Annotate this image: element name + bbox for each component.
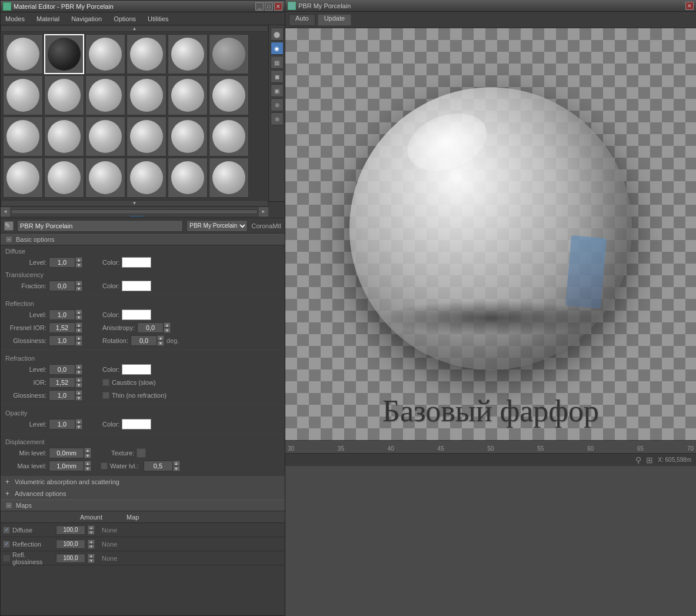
refl-anisotropy-up[interactable]: ▲ xyxy=(164,322,171,328)
refl-anisotropy-down[interactable]: ▼ xyxy=(164,328,171,333)
translucency-fraction-input[interactable] xyxy=(49,281,75,291)
displ-min-up[interactable]: ▲ xyxy=(84,448,91,453)
diffuse-level-input[interactable] xyxy=(49,257,75,268)
displ-min-input[interactable] xyxy=(49,448,84,458)
opacity-level-down[interactable]: ▼ xyxy=(75,424,82,429)
thumb-mode-extra1[interactable]: ⊕ xyxy=(271,98,284,111)
thumb-cell-6[interactable] xyxy=(209,34,249,74)
refr-glossiness-down[interactable]: ▼ xyxy=(75,395,82,401)
thumb-cell-23[interactable] xyxy=(168,158,208,198)
refl-glossiness-up[interactable]: ▲ xyxy=(75,335,82,341)
thumb-cell-10[interactable] xyxy=(126,75,166,115)
thumb-cell-20[interactable] xyxy=(44,158,84,198)
maximize-button[interactable]: □ xyxy=(265,2,273,11)
refl-rotation-input[interactable] xyxy=(131,335,157,346)
opacity-level-input[interactable] xyxy=(49,419,75,429)
thumb-cell-2[interactable] xyxy=(44,34,84,74)
volumetric-header[interactable]: + Volumetric absorption and scattering xyxy=(1,476,285,488)
thumb-cell-24[interactable] xyxy=(209,158,249,198)
thumb-scroll-down[interactable]: ▼ xyxy=(1,200,268,207)
preview-update-btn[interactable]: Update xyxy=(318,14,351,26)
menu-material[interactable]: Material xyxy=(34,14,62,24)
map-diffuse-checkbox[interactable]: ✓ xyxy=(3,527,10,534)
diffuse-level-down[interactable]: ▼ xyxy=(75,262,82,268)
basic-options-toggle[interactable]: − xyxy=(5,236,12,243)
thumb-cell-15[interactable] xyxy=(85,116,125,157)
translucency-up[interactable]: ▲ xyxy=(75,281,82,286)
material-name-input[interactable] xyxy=(17,220,183,232)
minimize-button[interactable]: _ xyxy=(255,2,264,11)
refl-fresnel-down[interactable]: ▼ xyxy=(75,328,82,333)
translucency-down[interactable]: ▼ xyxy=(75,286,82,291)
refl-level-down[interactable]: ▼ xyxy=(75,315,82,320)
refl-fresnel-input[interactable] xyxy=(49,322,75,333)
map-refl-gloss-checkbox[interactable] xyxy=(3,555,10,562)
displ-texture-swatch[interactable] xyxy=(136,448,146,458)
thumb-scroll-up[interactable]: ▲ xyxy=(1,25,268,32)
translucency-color-swatch[interactable] xyxy=(122,281,151,291)
refr-glossiness-up[interactable]: ▲ xyxy=(75,390,82,395)
hscroll-left[interactable]: ◄ xyxy=(1,207,10,217)
map-diffuse-amount[interactable] xyxy=(56,525,85,535)
thumb-mode-checker[interactable]: ▦ xyxy=(271,56,284,69)
thumb-cell-5[interactable] xyxy=(168,34,208,74)
thumb-cell-22[interactable] xyxy=(126,158,166,198)
thumb-cell-14[interactable] xyxy=(44,116,84,157)
refr-level-down[interactable]: ▼ xyxy=(75,369,82,375)
refl-level-up[interactable]: ▲ xyxy=(75,309,82,315)
thumb-mode-sphere[interactable]: ⬤ xyxy=(271,28,284,41)
thumb-cell-4[interactable] xyxy=(126,34,166,74)
map-refl-gloss-down[interactable]: ▼ xyxy=(88,558,95,563)
close-button[interactable]: ✕ xyxy=(274,2,282,11)
water-lvl-up[interactable]: ▲ xyxy=(173,461,180,466)
refr-caustics-checkbox[interactable] xyxy=(102,379,109,386)
maps-toggle[interactable]: − xyxy=(5,502,12,509)
water-lvl-down[interactable]: ▼ xyxy=(173,466,180,471)
thumb-mode-env[interactable]: ◉ xyxy=(271,42,284,55)
water-lvl-checkbox[interactable] xyxy=(101,462,108,470)
refl-rotation-up[interactable]: ▲ xyxy=(157,335,164,341)
refl-fresnel-up[interactable]: ▲ xyxy=(75,322,82,328)
refr-ior-down[interactable]: ▼ xyxy=(75,382,82,388)
refr-ior-input[interactable] xyxy=(49,377,75,388)
water-lvl-input[interactable] xyxy=(144,461,173,471)
menu-utilities[interactable]: Utilities xyxy=(145,14,171,24)
opacity-level-up[interactable]: ▲ xyxy=(75,419,82,424)
map-refl-gloss-amount[interactable] xyxy=(56,554,85,563)
menu-modes[interactable]: Modes xyxy=(3,14,27,24)
map-reflection-amount[interactable] xyxy=(56,540,85,549)
map-reflection-checkbox[interactable]: ✓ xyxy=(3,541,10,548)
refr-thin-checkbox[interactable] xyxy=(102,392,109,399)
thumb-cell-9[interactable] xyxy=(85,75,125,115)
thumb-cell-11[interactable] xyxy=(168,75,208,115)
refr-level-input[interactable] xyxy=(49,364,75,375)
diffuse-level-up[interactable]: ▲ xyxy=(75,257,82,262)
menu-navigation[interactable]: Navigation xyxy=(69,14,104,24)
refl-rotation-down[interactable]: ▼ xyxy=(157,341,164,346)
thumb-cell-3[interactable] xyxy=(85,34,125,74)
thumb-cell-19[interactable] xyxy=(3,158,43,198)
thumb-cell-1[interactable] xyxy=(3,34,43,74)
refl-level-input[interactable] xyxy=(49,309,75,320)
displ-max-up[interactable]: ▲ xyxy=(84,461,91,466)
refr-glossiness-input[interactable] xyxy=(49,390,75,401)
thumb-cell-17[interactable] xyxy=(168,116,208,157)
refr-level-up[interactable]: ▲ xyxy=(75,364,82,369)
refl-anisotropy-input[interactable] xyxy=(137,322,164,333)
map-reflection-up[interactable]: ▲ xyxy=(88,540,95,544)
thumb-cell-8[interactable] xyxy=(44,75,84,115)
hscrollbar[interactable] xyxy=(11,209,258,214)
thumb-cell-16[interactable] xyxy=(126,116,166,157)
refr-ior-up[interactable]: ▲ xyxy=(75,377,82,382)
refr-color-swatch[interactable] xyxy=(122,364,151,375)
thumb-cell-7[interactable] xyxy=(3,75,43,115)
thumb-cell-13[interactable] xyxy=(3,116,43,157)
advanced-header[interactable]: + Advanced options xyxy=(1,488,285,500)
thumb-cell-18[interactable] xyxy=(209,116,249,157)
hscroll-right[interactable]: ► xyxy=(259,207,268,217)
opacity-color-swatch[interactable] xyxy=(122,419,151,429)
preview-auto-btn[interactable]: Auto xyxy=(289,14,315,26)
material-name-dropdown[interactable]: PBR My Porcelain xyxy=(187,220,248,232)
menu-options[interactable]: Options xyxy=(111,14,138,24)
thumb-cell-12[interactable] xyxy=(209,75,249,115)
